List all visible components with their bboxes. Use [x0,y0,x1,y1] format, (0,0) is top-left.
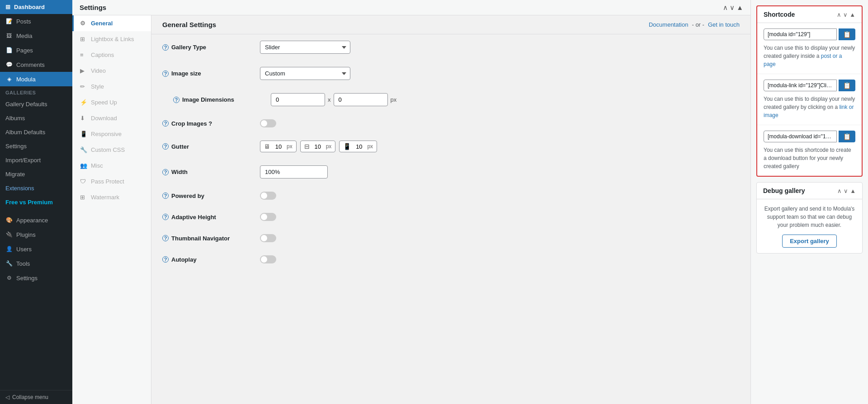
width-input[interactable] [260,165,328,179]
gutter-mobile-input[interactable] [353,143,365,150]
subnav-download[interactable]: ⬇ Download [72,110,151,126]
subnav-style-label: Style [91,83,104,90]
thumbnail-navigator-toggle[interactable] [260,234,276,242]
shortcode-copy-btn-3[interactable]: 📋 [839,131,855,142]
subnav-lightbox-label: Lightbox & Links [91,36,134,42]
sidebar-item-album-defaults[interactable]: Album Defaults [0,125,72,139]
dashboard-item[interactable]: ⊞ Dashboard [0,0,72,14]
panel-collapse-down[interactable]: ∨ [730,4,735,11]
image-width-input[interactable] [271,93,325,106]
debug-expand[interactable]: ▲ [850,188,856,194]
sub-nav: ⚙ General ⊞ Lightbox & Links ≡ Captions … [72,15,151,404]
subnav-custom-css[interactable]: 🔧 Custom CSS [72,142,151,158]
gallery-type-select[interactable]: Slider Grid Masonry Custom Grid [260,41,350,54]
extensions-label: Extensions [5,185,34,192]
sidebar: ⊞ Dashboard 📝 Posts 🖼 Media 📄 Pages 💬 Co… [0,0,72,404]
settings-panel: ⚙ General ⊞ Lightbox & Links ≡ Captions … [72,15,750,404]
subnav-responsive-label: Responsive [91,131,122,137]
thumbnail-navigator-help[interactable]: ? [162,235,169,241]
image-dimensions-help[interactable]: ? [173,97,179,103]
shortcode-input-row-1: 📋 [764,28,855,40]
sidebar-item-modula[interactable]: ◈ Modula [0,72,72,86]
image-height-input[interactable] [334,93,388,106]
shortcode-input-3[interactable] [764,131,837,142]
sidebar-item-pages[interactable]: 📄 Pages [0,43,72,57]
shortcode-up[interactable]: ∧ [837,11,841,18]
debug-up[interactable]: ∧ [837,188,842,194]
shortcode-desc-1: You can use this to display your newly c… [764,44,855,68]
shortcode-copy-btn-1[interactable]: 📋 [839,28,855,40]
field-autoplay: ? Autoplay [151,249,750,270]
subnav-watermark[interactable]: ⊞ Watermark [72,189,151,205]
thumbnail-navigator-label: ? Thumbnail Navigator [162,235,253,242]
media-label: Media [16,33,32,39]
appearance-label: Appearance [16,217,48,224]
subnav-misc[interactable]: 👥 Misc [72,158,151,174]
sidebar-item-settings-bottom[interactable]: ⚙ Settings [0,271,72,285]
adaptive-height-toggle[interactable] [260,213,276,221]
debug-down[interactable]: ∨ [844,188,848,194]
sidebar-item-settings[interactable]: Settings [0,139,72,153]
collapse-menu[interactable]: ◁ Collapse menu [0,390,72,404]
gallery-type-content: Slider Grid Masonry Custom Grid [260,41,740,54]
gutter-tablet-input[interactable] [311,143,324,150]
get-in-touch-link[interactable]: Get in touch [708,21,740,28]
gallery-type-help[interactable]: ? [162,44,169,51]
panel-collapse-up[interactable]: ∧ [723,4,728,11]
powered-by-content [260,192,740,200]
sidebar-item-gallery-defaults[interactable]: Gallery Defaults [0,97,72,111]
subnav-general[interactable]: ⚙ General [72,15,151,31]
autoplay-toggle[interactable] [260,255,276,263]
sidebar-item-appearance[interactable]: 🎨 Appearance [0,213,72,227]
subnav-video[interactable]: ▶ Video [72,63,151,79]
crop-images-help[interactable]: ? [162,120,169,127]
sidebar-item-posts[interactable]: 📝 Posts [0,14,72,28]
sidebar-item-comments[interactable]: 💬 Comments [0,57,72,72]
sidebar-item-users[interactable]: 👤 Users [0,242,72,256]
panel-expand[interactable]: ▲ [736,4,743,11]
sidebar-item-tools[interactable]: 🔧 Tools [0,256,72,271]
crop-images-toggle[interactable] [260,119,276,127]
sidebar-item-migrate[interactable]: Migrate [0,167,72,181]
shortcode-expand[interactable]: ▲ [849,11,855,18]
shortcode-input-2[interactable] [764,80,837,91]
shortcode-down[interactable]: ∨ [843,11,848,18]
shortcode-input-1[interactable] [764,28,837,40]
powered-by-toggle[interactable] [260,192,276,200]
shortcode-input-row-3: 📋 [764,131,855,142]
autoplay-help[interactable]: ? [162,256,169,263]
sidebar-item-media[interactable]: 🖼 Media [0,28,72,43]
subnav-pass-protect[interactable]: 🛡 Pass Protect [72,174,151,189]
subnav-responsive[interactable]: 📱 Responsive [72,126,151,142]
mobile-icon: 📱 [343,143,351,150]
subnav-speed-up[interactable]: ⚡ Speed Up [72,94,151,110]
sidebar-item-plugins[interactable]: 🔌 Plugins [0,227,72,242]
export-gallery-button[interactable]: Export gallery [782,235,837,248]
panel-header-buttons: ∧ ∨ ▲ [723,4,743,11]
pass-protect-icon: 🛡 [80,178,87,185]
gutter-desktop: 🖥 px [260,141,297,152]
width-help[interactable]: ? [162,169,169,175]
gutter-help[interactable]: ? [162,143,169,150]
gutter-desktop-input[interactable] [272,143,285,150]
subnav-style[interactable]: ✏ Style [72,79,151,94]
powered-by-help[interactable]: ? [162,193,169,199]
import-export-label: Import/Export [5,157,41,164]
shortcode-copy-btn-2[interactable]: 📋 [839,80,855,91]
sidebar-item-albums[interactable]: Albums [0,111,72,125]
powered-by-label: ? Powered by [162,193,253,199]
posts-icon: 📝 [5,18,13,25]
subnav-captions[interactable]: ≡ Captions [72,47,151,63]
gallery-defaults-label: Gallery Defaults [5,101,47,108]
speed-up-icon: ⚡ [80,99,87,106]
adaptive-height-help[interactable]: ? [162,214,169,220]
image-size-help[interactable]: ? [162,70,169,77]
documentation-link[interactable]: Documentation [649,21,688,28]
image-size-select[interactable]: Custom Thumbnail Medium Large Full [260,67,350,80]
sidebar-item-import-export[interactable]: Import/Export [0,153,72,167]
sidebar-item-extensions[interactable]: Extensions [0,181,72,195]
subnav-lightbox[interactable]: ⊞ Lightbox & Links [72,31,151,47]
sidebar-item-free-vs-premium[interactable]: Free vs Premium [0,195,72,209]
gutter-tablet: ⊟ px [300,141,336,152]
captions-icon: ≡ [80,52,87,58]
